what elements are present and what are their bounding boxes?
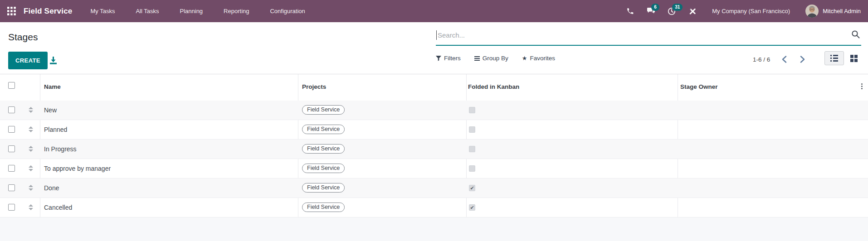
- drag-handle-icon[interactable]: [29, 107, 33, 113]
- column-header-stage-owner[interactable]: Stage Owner: [680, 83, 718, 90]
- app-title[interactable]: Field Service: [24, 7, 73, 16]
- row-checkbox[interactable]: [8, 165, 15, 172]
- project-tag: Field Service: [302, 125, 345, 134]
- messages-count-badge: 6: [651, 4, 659, 11]
- menu-planning[interactable]: Planning: [180, 8, 203, 14]
- project-tag: Field Service: [302, 164, 345, 173]
- field-service-stages-page: Field Service My Tasks All Tasks Plannin…: [0, 0, 868, 241]
- stage-name: Done: [44, 184, 59, 192]
- table-row[interactable]: Done Field Service ✔: [0, 178, 868, 198]
- table-row[interactable]: In Progress Field Service ✔: [0, 140, 868, 159]
- project-tag: Field Service: [302, 144, 345, 154]
- drag-handle-icon[interactable]: [29, 126, 33, 132]
- pager: 1-6 / 6: [753, 55, 806, 63]
- row-checkbox[interactable]: [8, 145, 15, 152]
- list-view-button[interactable]: [824, 51, 844, 65]
- export-download-icon[interactable]: [49, 56, 58, 65]
- row-checkbox[interactable]: [8, 204, 15, 211]
- company-switcher[interactable]: My Company (San Francisco): [712, 8, 790, 14]
- page-title: Stages: [8, 32, 38, 43]
- folded-checkbox: ✔: [469, 185, 475, 191]
- table-row[interactable]: Cancelled Field Service ✔: [0, 198, 868, 217]
- drag-handle-icon[interactable]: [29, 185, 33, 191]
- search-filter-bar: Filters Group By ★ Favorites: [436, 55, 555, 62]
- project-tag: Field Service: [302, 202, 345, 212]
- table-row[interactable]: Planned Field Service ✔: [0, 120, 868, 140]
- drag-handle-icon[interactable]: [29, 204, 33, 210]
- stage-name: To approve by manager: [44, 165, 111, 172]
- star-icon: ★: [522, 55, 527, 62]
- stage-name: New: [44, 106, 57, 114]
- folded-checkbox: ✔: [469, 165, 475, 172]
- menu-configuration[interactable]: Configuration: [270, 8, 305, 14]
- activities-count-badge: 31: [672, 4, 683, 11]
- drag-handle-icon[interactable]: [29, 165, 33, 171]
- optional-columns-icon[interactable]: [861, 83, 863, 89]
- folded-checkbox: ✔: [469, 204, 475, 211]
- phone-icon[interactable]: [625, 6, 635, 16]
- view-switcher: [824, 51, 863, 65]
- kanban-view-button[interactable]: [844, 51, 863, 65]
- menu-my-tasks[interactable]: My Tasks: [91, 8, 115, 14]
- stage-name: Cancelled: [44, 204, 72, 211]
- menu-all-tasks[interactable]: All Tasks: [136, 8, 159, 14]
- column-header-folded[interactable]: Folded in Kanban: [468, 83, 519, 90]
- column-header-name[interactable]: Name: [44, 83, 61, 90]
- column-header-projects[interactable]: Projects: [302, 83, 326, 90]
- crossed-tools-icon[interactable]: [688, 6, 697, 16]
- group-by-lines-icon: [474, 56, 480, 61]
- search-icon[interactable]: [851, 30, 860, 41]
- menu-reporting[interactable]: Reporting: [224, 8, 249, 14]
- stage-name: In Progress: [44, 145, 77, 153]
- drag-handle-icon[interactable]: [29, 146, 33, 152]
- chevron-left-icon[interactable]: [780, 55, 788, 63]
- project-tag: Field Service: [302, 183, 345, 193]
- table-footer-area: [0, 217, 868, 241]
- chevron-right-icon[interactable]: [798, 55, 806, 63]
- folded-checkbox: ✔: [469, 126, 475, 133]
- group-by-button[interactable]: Group By: [474, 55, 508, 62]
- text-caret: [436, 30, 437, 40]
- top-navbar: Field Service My Tasks All Tasks Plannin…: [0, 0, 868, 22]
- row-checkbox[interactable]: [8, 126, 15, 133]
- table-row[interactable]: To approve by manager Field Service ✔: [0, 159, 868, 178]
- row-checkbox[interactable]: [8, 106, 15, 113]
- funnel-icon: [436, 56, 441, 61]
- project-tag: Field Service: [302, 105, 345, 115]
- filters-button[interactable]: Filters: [436, 55, 461, 62]
- user-menu[interactable]: Mitchell Admin: [805, 5, 861, 18]
- select-all-checkbox[interactable]: [8, 82, 15, 89]
- user-avatar: [805, 5, 819, 18]
- navbar-systray: 6 31 My Company (San Francisco): [625, 5, 861, 18]
- chat-bubbles-icon[interactable]: 6: [646, 6, 656, 16]
- search-placeholder: Search...: [438, 31, 465, 39]
- table-body: New Field Service ✔ Planned Field Servic…: [0, 101, 868, 217]
- pager-range: 1-6 / 6: [753, 56, 770, 63]
- main-menu: My Tasks All Tasks Planning Reporting Co…: [91, 8, 305, 14]
- user-name: Mitchell Admin: [823, 8, 861, 14]
- table-header: Name Projects Folded in Kanban Stage Own…: [0, 74, 868, 101]
- search-input[interactable]: Search...: [436, 26, 861, 46]
- apps-grid-icon[interactable]: [5, 5, 17, 17]
- create-button[interactable]: CREATE: [8, 52, 48, 69]
- table-row[interactable]: New Field Service ✔: [0, 101, 868, 120]
- list-view-icon: [830, 55, 838, 62]
- folded-checkbox: ✔: [469, 107, 475, 113]
- folded-checkbox: ✔: [469, 146, 475, 152]
- clock-icon[interactable]: 31: [667, 6, 677, 16]
- row-checkbox[interactable]: [8, 184, 15, 191]
- kanban-view-icon: [850, 55, 858, 62]
- stage-name: Planned: [44, 126, 67, 133]
- favorites-button[interactable]: ★ Favorites: [522, 55, 555, 62]
